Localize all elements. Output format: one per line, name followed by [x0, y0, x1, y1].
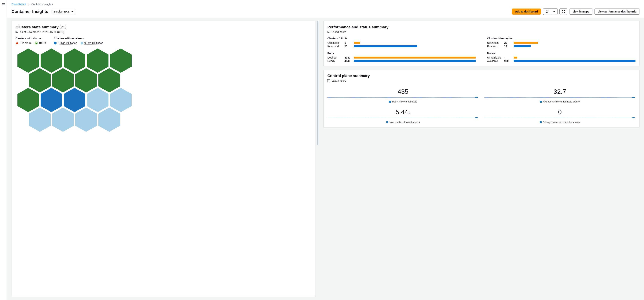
cluster-hex[interactable]: [75, 108, 97, 132]
refresh-button[interactable]: [543, 8, 551, 15]
expand-button[interactable]: [560, 8, 568, 15]
stat-bar: [514, 42, 538, 44]
in-alarm-count: 0 In alarm: [20, 41, 32, 44]
stat-line: Desired4140: [327, 56, 476, 59]
sparkline: [484, 96, 636, 98]
performance-summary-panel: Performance and status summary Last 3 ho…: [323, 21, 640, 66]
stat-bar: [514, 57, 517, 58]
metric-legend: Average admission controller latency: [484, 121, 636, 124]
stat-label: Reserved: [487, 45, 502, 48]
svg-point-3: [632, 117, 635, 118]
stat-value: 4140: [344, 56, 352, 59]
performance-title: Performance and status summary: [324, 21, 639, 30]
clusters-count: (21): [60, 25, 66, 29]
stat-bar: [354, 57, 476, 58]
service-select-label: Service: EKS: [54, 10, 69, 13]
metric-value: 5.44k: [327, 108, 478, 116]
cluster-hex[interactable]: [52, 108, 74, 132]
stat-bar: [514, 45, 531, 47]
menu-icon[interactable]: [2, 3, 5, 6]
view-performance-dashboards-button[interactable]: View performance dashboards: [594, 8, 640, 14]
control-plane-metric: 5.44kTotal number of stored objects: [327, 108, 478, 124]
service-select[interactable]: Service: EKS: [52, 9, 75, 14]
clusters-as-of: As of November 2, 2023, 15:06 (UTC): [20, 30, 64, 33]
stat-line: Reserved14: [487, 44, 636, 48]
low-util-icon: [80, 42, 83, 45]
stat-value: 20: [504, 41, 512, 44]
clock-icon: [16, 31, 18, 33]
chevron-down-icon: [553, 11, 555, 12]
stat-label: Available: [487, 59, 502, 62]
svg-point-1: [632, 97, 635, 98]
breadcrumb-current: Container Insights: [31, 3, 53, 6]
metric-value: 0: [484, 108, 636, 116]
stat-line: Utilization1: [327, 41, 476, 44]
stat-title: Nodes: [487, 52, 636, 56]
svg-point-0: [475, 97, 478, 98]
cluster-hex[interactable]: [29, 108, 51, 132]
add-to-dashboard-button[interactable]: Add to dashboard: [512, 8, 541, 14]
clock-icon: [327, 31, 330, 33]
metric-label: Total number of stored objects: [389, 121, 420, 124]
metric-legend: Total number of stored objects: [327, 121, 478, 124]
stat-label: Desired: [327, 56, 342, 59]
stat-title: Clusters Memory %: [487, 37, 636, 41]
view-in-maps-button[interactable]: View in maps: [569, 8, 592, 14]
metric-label: Average admission controller latency: [543, 121, 580, 124]
sparkline: [484, 117, 636, 119]
stat-value: -: [504, 56, 512, 59]
control-plane-metric: 435Max API server requests: [327, 88, 478, 103]
stat-bar: [354, 60, 476, 62]
refresh-options-button[interactable]: [551, 8, 558, 15]
control-plane-metric: 32.7Average API server requests latency: [484, 88, 636, 103]
expand-icon: [562, 10, 565, 13]
metric-value: 32.7: [484, 88, 636, 95]
stat-title: Pods: [327, 52, 476, 56]
control-plane-metric: 0Average admission controller latency: [484, 108, 636, 124]
control-plane-title: Control plane summary: [324, 70, 639, 79]
stat-line: Utilization20: [487, 41, 636, 44]
clusters-title: Clusters state summary: [16, 25, 58, 29]
stat-title: Clusters CPU %: [327, 37, 476, 41]
clusters-state-panel: Clusters state summary (21) As of Novemb…: [12, 21, 315, 297]
stat-bar: [514, 60, 636, 62]
clusters-with-alarms-label: Clusters with alarms: [16, 37, 46, 41]
alarm-icon: [16, 42, 18, 44]
breadcrumb-parent[interactable]: CloudWatch: [12, 3, 26, 6]
legend-swatch: [389, 101, 391, 103]
high-util-link[interactable]: 2 High utilization: [58, 41, 77, 45]
cluster-hex[interactable]: [98, 108, 120, 132]
stat-value: 4140: [344, 59, 352, 62]
stat-value: 1: [344, 41, 352, 44]
low-util-link[interactable]: 9 Low utilization: [84, 41, 103, 45]
metric-value: 435: [327, 88, 478, 95]
stat-line: Ready4140: [327, 59, 476, 63]
stat-bar: [354, 42, 360, 44]
metric-label: Max API server requests: [392, 100, 417, 103]
metric-label: Average API server requests latency: [543, 100, 580, 103]
control-plane-panel: Control plane summary Last 3 hours 435Ma…: [323, 70, 640, 128]
stat-label: Unavailable: [487, 56, 502, 59]
clusters-without-alarms-label: Clusters without alarms: [54, 37, 103, 41]
sparkline: [327, 117, 478, 119]
stat-value: 14: [504, 45, 512, 48]
stat-label: Utilization: [487, 41, 502, 44]
stat-line: Unavailable-: [487, 56, 636, 59]
scrollbar[interactable]: [316, 21, 319, 297]
performance-range: Last 3 hours: [332, 30, 346, 33]
stat-bar: [354, 45, 417, 47]
sparkline: [327, 96, 478, 98]
legend-swatch: [386, 121, 388, 123]
high-util-icon: [54, 42, 56, 45]
clock-icon: [327, 79, 330, 82]
stat-line: Available900: [487, 59, 636, 63]
stat-value: 900: [504, 59, 512, 62]
stat-line: Reserved53: [327, 44, 476, 48]
stat-label: Reserved: [327, 45, 342, 48]
chevron-down-icon: [71, 11, 73, 12]
metric-legend: Average API server requests latency: [484, 100, 636, 103]
ok-icon: [35, 42, 38, 44]
legend-swatch: [540, 121, 542, 123]
chevron-right-icon: ›: [28, 3, 29, 6]
ok-count: 10 OK: [39, 41, 46, 44]
